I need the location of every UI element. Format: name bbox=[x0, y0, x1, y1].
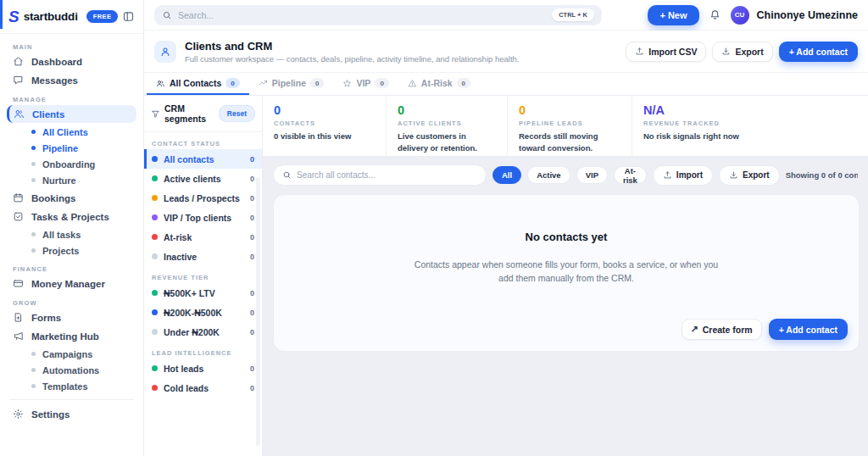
sidebar-item-money-manager[interactable]: Money Manager bbox=[7, 275, 136, 292]
segment-under-200k[interactable]: Under ₦200K 0 bbox=[144, 322, 262, 342]
stats-row: 0 CONTACTS 0 visible in this view 0 ACTI… bbox=[263, 96, 868, 157]
upload-icon bbox=[635, 47, 644, 56]
topbar: CTRL + K + New CU Chinonye Umezinne bbox=[144, 0, 868, 31]
segment-label: ₦200K-₦500K bbox=[164, 308, 222, 318]
sidebar-item-all-clients[interactable]: All Clients bbox=[7, 124, 136, 140]
contacts-search[interactable] bbox=[273, 164, 487, 186]
contacts-search-input[interactable] bbox=[297, 170, 477, 180]
status-dot-icon bbox=[152, 329, 158, 335]
add-contact-button[interactable]: + Add contact bbox=[779, 42, 858, 62]
sidebar-item-label: Settings bbox=[31, 409, 70, 420]
sidebar-item-label: Money Manager bbox=[31, 279, 105, 289]
sidebar-subitem-label: Projects bbox=[42, 246, 79, 256]
contacts-toolbar: All Active VIP At-risk Import Export Sho… bbox=[263, 157, 868, 191]
tab-pipeline[interactable]: Pipeline 0 bbox=[249, 73, 334, 95]
filter-at-risk[interactable]: At-risk bbox=[614, 166, 647, 184]
new-button[interactable]: + New bbox=[648, 5, 698, 25]
sidebar-item-nurture[interactable]: Nurture bbox=[7, 172, 136, 188]
empty-state-description: Contacts appear when someone fills your … bbox=[409, 258, 724, 286]
collapse-sidebar-icon bbox=[122, 10, 135, 23]
global-search-input[interactable] bbox=[178, 10, 546, 20]
segment-label: Hot leads bbox=[164, 364, 203, 374]
tab-at-risk[interactable]: At-Risk 0 bbox=[398, 73, 480, 95]
status-dot-icon bbox=[152, 195, 158, 201]
segment-label: Leads / Prospects bbox=[164, 193, 240, 203]
import-csv-button[interactable]: Import CSV bbox=[626, 42, 706, 62]
segment-group-lead-intelligence: LEAD INTELLIGENCE bbox=[152, 349, 254, 357]
sidebar-item-templates[interactable]: Templates bbox=[7, 378, 136, 394]
segment-hot-leads[interactable]: Hot leads 0 bbox=[144, 359, 262, 378]
sidebar-nav: MAIN Dashboard Messages MANAGE Clients A… bbox=[0, 34, 143, 423]
sidebar-item-bookings[interactable]: Bookings bbox=[7, 189, 136, 207]
segment-group-revenue-tier: REVENUE TIER bbox=[152, 274, 254, 281]
sidebar-item-onboarding[interactable]: Onboarding bbox=[7, 156, 136, 172]
tab-label: At-Risk bbox=[421, 78, 453, 88]
tab-all-contacts[interactable]: All Contacts 0 bbox=[147, 73, 249, 95]
status-dot-icon bbox=[152, 175, 158, 181]
stat-revenue-tracked: N/A REVENUE TRACKED No risk signals righ… bbox=[632, 96, 868, 156]
sidebar-item-messages[interactable]: Messages bbox=[7, 71, 136, 89]
sidebar-subitem-label: Campaigns bbox=[42, 349, 92, 359]
segment-count: 0 bbox=[250, 194, 254, 203]
status-dot-icon bbox=[152, 290, 158, 296]
search-icon bbox=[282, 170, 292, 180]
export-button[interactable]: Export bbox=[712, 42, 772, 62]
sidebar-item-settings[interactable]: Settings bbox=[7, 405, 136, 423]
tab-vip[interactable]: VIP 0 bbox=[333, 73, 398, 95]
sidebar-collapse-button[interactable] bbox=[122, 10, 135, 24]
segment-label: Cold leads bbox=[164, 383, 209, 393]
page-titles: Clients and CRM Full customer workspace … bbox=[185, 40, 519, 64]
notifications-button[interactable] bbox=[707, 7, 723, 23]
segment-at-risk[interactable]: At-risk 0 bbox=[144, 227, 262, 247]
sidebar-item-all-tasks[interactable]: All tasks bbox=[7, 226, 136, 242]
chat-icon bbox=[13, 75, 24, 86]
import-button[interactable]: Import bbox=[653, 165, 713, 186]
plan-badge: FREE bbox=[86, 10, 119, 23]
sidebar-item-clients[interactable]: Clients bbox=[7, 105, 136, 123]
bullet-icon bbox=[31, 352, 36, 356]
import-csv-label: Import CSV bbox=[648, 47, 697, 57]
export-label: Export bbox=[743, 170, 770, 180]
download-icon bbox=[729, 170, 738, 180]
segment-200k-500k[interactable]: ₦200K-₦500K 0 bbox=[144, 303, 262, 322]
segment-500k-ltv[interactable]: ₦500K+ LTV 0 bbox=[144, 283, 262, 303]
segment-all-contacts[interactable]: All contacts 0 bbox=[144, 149, 262, 169]
global-search[interactable]: CTRL + K bbox=[154, 5, 602, 25]
create-form-button[interactable]: ↗ Create form bbox=[682, 319, 762, 340]
sidebar-item-forms[interactable]: Forms bbox=[7, 309, 136, 326]
stat-label: CONTACTS bbox=[274, 120, 375, 127]
sidebar-item-projects[interactable]: Projects bbox=[7, 242, 136, 259]
segment-cold-leads[interactable]: Cold leads 0 bbox=[144, 378, 262, 398]
external-arrow-icon: ↗ bbox=[691, 324, 698, 335]
stat-value: 0 bbox=[274, 103, 375, 117]
file-plus-icon bbox=[13, 312, 24, 323]
segment-label: VIP / Top clients bbox=[164, 213, 231, 223]
sidebar-item-dashboard[interactable]: Dashboard bbox=[7, 53, 136, 70]
sidebar-item-tasks-projects[interactable]: Tasks & Projects bbox=[7, 208, 136, 225]
reset-filters-button[interactable]: Reset bbox=[219, 105, 255, 122]
scrollbar[interactable] bbox=[256, 177, 260, 446]
sidebar-subitem-label: Templates bbox=[42, 381, 88, 392]
avatar[interactable]: CU bbox=[731, 6, 749, 25]
app-name: startbuddi bbox=[24, 10, 78, 23]
export-label: Export bbox=[735, 47, 763, 57]
sidebar-subitem-label: Onboarding bbox=[42, 159, 95, 170]
sidebar-item-marketing-hub[interactable]: Marketing Hub bbox=[7, 327, 136, 345]
segment-vip-top-clients[interactable]: VIP / Top clients 0 bbox=[144, 208, 262, 227]
segment-inactive[interactable]: Inactive 0 bbox=[144, 247, 262, 266]
sidebar-item-pipeline[interactable]: Pipeline bbox=[7, 140, 136, 156]
filter-vip[interactable]: VIP bbox=[576, 166, 608, 184]
filter-active[interactable]: Active bbox=[527, 166, 570, 184]
segment-active-clients[interactable]: Active clients 0 bbox=[144, 169, 262, 188]
nav-section-manage: MANAGE bbox=[13, 96, 131, 103]
sidebar: S startbuddi FREE MAIN Dashboard Message… bbox=[0, 0, 144, 456]
add-contact-button[interactable]: + Add contact bbox=[769, 319, 848, 340]
export-button[interactable]: Export bbox=[719, 165, 780, 186]
filter-all[interactable]: All bbox=[492, 166, 521, 184]
page-title: Clients and CRM bbox=[185, 40, 519, 53]
sidebar-item-automations[interactable]: Automations bbox=[7, 362, 136, 378]
segment-leads-prospects[interactable]: Leads / Prospects 0 bbox=[144, 188, 262, 208]
home-icon bbox=[13, 56, 24, 67]
segment-label: At-risk bbox=[164, 232, 192, 242]
sidebar-item-campaigns[interactable]: Campaigns bbox=[7, 346, 136, 362]
